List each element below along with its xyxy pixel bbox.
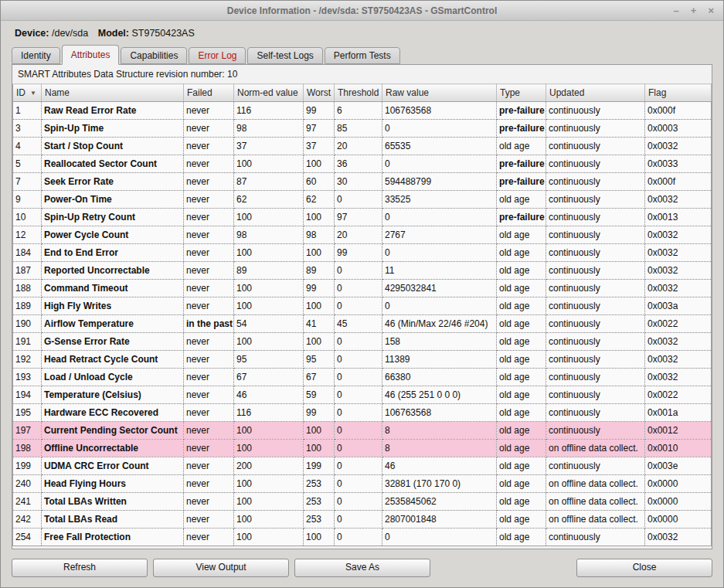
cell-worst: 59 [304, 386, 335, 404]
attribute-row-194[interactable]: 194Temperature (Celsius)never4659046 (25… [13, 386, 712, 404]
refresh-button[interactable]: Refresh [12, 559, 148, 577]
cell-type: old age [497, 422, 546, 440]
cell-threshold: 20 [335, 226, 382, 244]
cell-updated: continuously [546, 404, 645, 422]
cell-threshold: 0 [335, 351, 382, 369]
cell-id: 7 [13, 173, 42, 191]
attribute-row-7[interactable]: 7Seek Error Ratenever876030594488799pre-… [13, 173, 712, 191]
cell-id: 187 [13, 262, 42, 280]
column-header-type[interactable]: Type [497, 84, 546, 102]
cell-threshold: 0 [335, 475, 382, 493]
cell-flag: 0x0013 [645, 209, 712, 226]
tab-identity[interactable]: Identity [12, 47, 60, 64]
cell-name: Spin-Up Retry Count [42, 209, 184, 226]
column-header-worst[interactable]: Worst [304, 84, 335, 102]
tab-self-test-logs[interactable]: Self-test Logs [247, 47, 322, 64]
close-icon[interactable]: × [708, 5, 714, 15]
attribute-row-10[interactable]: 10Spin-Up Retry Countnever100100970pre-f… [13, 209, 712, 226]
sort-descending-icon: ▼ [30, 90, 36, 97]
cell-threshold: 45 [335, 315, 382, 333]
tab-error-log[interactable]: Error Log [189, 47, 246, 64]
window-title: Device Information - /dev/sda: ST9750423… [1, 5, 723, 16]
column-header-failed[interactable]: Failed [184, 84, 234, 102]
cell-updated: on offline data collect. [546, 475, 645, 493]
cell-failed: never [184, 280, 234, 297]
cell-raw-value: 2807001848 [382, 511, 497, 529]
column-header-name[interactable]: Name [42, 84, 184, 102]
attribute-row-184[interactable]: 184End to End Errornever100100990old age… [13, 244, 712, 262]
cell-failed: never [184, 173, 234, 191]
attribute-row-195[interactable]: 195Hardware ECC Recoverednever1169901067… [13, 404, 712, 422]
cell-name: Offline Uncorrectable [42, 440, 184, 457]
attribute-row-254[interactable]: 254Free Fall Protectionnever10010000old … [13, 529, 712, 546]
cell-flag: 0x0032 [645, 262, 712, 280]
attribute-row-241[interactable]: 241Total LBAs Writtennever10025302535845… [13, 493, 712, 511]
cell-updated: continuously [546, 422, 645, 440]
cell-raw-value: 0 [382, 209, 497, 226]
cell-flag: 0x0032 [645, 333, 712, 351]
cell-failed: never [184, 422, 234, 440]
cell-raw-value: 8 [382, 422, 497, 440]
column-header-threshold[interactable]: Threshold [335, 84, 382, 102]
maximize-icon[interactable]: + [691, 5, 697, 15]
attribute-row-12[interactable]: 12Power Cycle Countnever9898202767old ag… [13, 226, 712, 244]
cell-threshold: 0 [335, 440, 382, 457]
minimize-icon[interactable]: – [674, 5, 679, 15]
attribute-row-197[interactable]: 197Current Pending Sector Countnever1001… [13, 422, 712, 440]
cell-norm-ed-value: 46 [234, 386, 304, 404]
column-header-norm-ed-value[interactable]: Norm-ed value [234, 84, 304, 102]
attribute-row-5[interactable]: 5Reallocated Sector Countnever100100360p… [13, 155, 712, 173]
cell-updated: continuously [546, 155, 645, 173]
cell-flag: 0x0010 [645, 440, 712, 457]
attribute-row-188[interactable]: 188Command Timeoutnever1009904295032841o… [13, 280, 712, 297]
tab-capabilities[interactable]: Capabilities [121, 47, 187, 64]
cell-failed: never [184, 333, 234, 351]
column-header-updated[interactable]: Updated [546, 84, 645, 102]
cell-name: End to End Error [42, 244, 184, 262]
cell-norm-ed-value: 100 [234, 511, 304, 529]
attribute-row-189[interactable]: 189High Fly Writesnever10010000old ageco… [13, 297, 712, 315]
cell-flag: 0x003e [645, 457, 712, 475]
cell-type: pre-failure [497, 155, 546, 173]
save-as-button[interactable]: Save As [294, 559, 430, 577]
cell-id: 241 [13, 493, 42, 511]
attribute-row-192[interactable]: 192Head Retract Cycle Countnever95950113… [13, 351, 712, 369]
column-header-flag[interactable]: Flag [645, 84, 712, 102]
attribute-row-187[interactable]: 187Reported Uncorrectablenever8989011old… [13, 262, 712, 280]
close-button[interactable]: Close [576, 559, 712, 577]
cell-id: 189 [13, 297, 42, 315]
attribute-row-190[interactable]: 190Airflow Temperaturein the past5441454… [13, 315, 712, 333]
attribute-row-240[interactable]: 240Head Flying Hoursnever100253032881 (1… [13, 475, 712, 493]
attribute-row-4[interactable]: 4Start / Stop Countnever37372065535old a… [13, 138, 712, 155]
attribute-row-199[interactable]: 199UDMA CRC Error Countnever200199046old… [13, 457, 712, 475]
tab-attributes[interactable]: Attributes [62, 45, 120, 65]
cell-updated: continuously [546, 351, 645, 369]
column-header-raw-value[interactable]: Raw value [382, 84, 497, 102]
cell-updated: continuously [546, 262, 645, 280]
cell-id: 4 [13, 138, 42, 155]
cell-threshold: 0 [335, 511, 382, 529]
tab-perform-tests[interactable]: Perform Tests [325, 47, 400, 64]
attribute-row-198[interactable]: 198Offline Uncorrectablenever10010008old… [13, 440, 712, 457]
cell-id: 197 [13, 422, 42, 440]
cell-id: 240 [13, 475, 42, 493]
attribute-row-3[interactable]: 3Spin-Up Timenever9897850pre-failurecont… [13, 120, 712, 138]
cell-flag: 0x0012 [645, 422, 712, 440]
cell-id: 12 [13, 226, 42, 244]
cell-failed: never [184, 511, 234, 529]
cell-threshold: 0 [335, 529, 382, 546]
attribute-row-9[interactable]: 9Power-On Timenever6262033525old agecont… [13, 191, 712, 209]
cell-type: old age [497, 369, 546, 386]
cell-worst: 100 [304, 333, 335, 351]
window-controls: – + × [674, 5, 723, 15]
view-output-button[interactable]: View Output [153, 559, 289, 577]
attribute-row-193[interactable]: 193Load / Unload Cyclenever6767066380old… [13, 369, 712, 386]
cell-norm-ed-value: 95 [234, 351, 304, 369]
attribute-row-242[interactable]: 242Total LBAs Readnever10025302807001848… [13, 511, 712, 529]
cell-raw-value: 0 [382, 297, 497, 315]
attribute-row-191[interactable]: 191G-Sense Error Ratenever1001000158old … [13, 333, 712, 351]
attribute-row-1[interactable]: 1Raw Read Error Ratenever116996106763568… [13, 102, 712, 120]
cell-updated: continuously [546, 191, 645, 209]
column-header-id[interactable]: ID▼ [13, 84, 42, 102]
cell-worst: 41 [304, 315, 335, 333]
